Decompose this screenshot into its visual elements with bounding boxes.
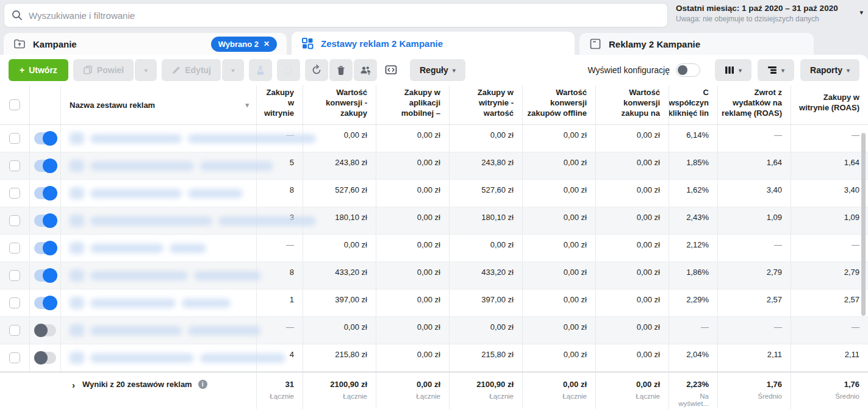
refresh-button[interactable] <box>305 59 328 81</box>
column-header[interactable]: Wartość konwersji zakupu na <box>596 85 669 124</box>
totals-value: 2,23% <box>673 380 709 389</box>
column-header[interactable]: Zakupy w witrynie (ROAS) <box>791 85 868 124</box>
info-icon[interactable]: i <box>198 380 207 389</box>
header-name-cell[interactable]: Nazwa zestawu reklam ▾ <box>61 85 257 124</box>
pin-button[interactable] <box>277 59 300 81</box>
flask-icon <box>256 65 265 76</box>
totals-label-cell: › Wyniki z 20 zestawów reklam i <box>0 372 257 409</box>
adset-name-cell[interactable] <box>61 125 257 152</box>
column-header[interactable]: Zakupy w aplikacji mobilnej – <box>376 85 450 124</box>
date-range-picker[interactable]: Ostatni miesiąc: 1 paź 2020 – 31 paź 202… <box>676 4 862 23</box>
edit-caret-button[interactable]: ▾ <box>222 59 244 81</box>
column-header[interactable]: Zakupy w witrynie - wartość <box>450 85 523 124</box>
search-input[interactable] <box>29 10 660 21</box>
column-header[interactable]: Wartość konwersji - zakupy <box>303 85 376 124</box>
table-row[interactable]: 3180,10 zł0,00 zł180,10 zł0,00 zł0,00 zł… <box>0 207 868 235</box>
tab-ads-label: Reklamy 2 Kampanie <box>609 39 700 49</box>
metric-cell: 1,86% <box>669 262 718 289</box>
adset-name-cell[interactable] <box>61 290 257 316</box>
table-row[interactable]: —0,00 zł0,00 zł0,00 zł0,00 zł0,00 zł6,14… <box>0 125 868 152</box>
row-checkbox[interactable] <box>9 352 20 363</box>
tab-adsets[interactable]: Zestawy reklam 2 Kampanie <box>292 32 575 55</box>
header-checkbox-cell <box>0 85 30 124</box>
search-bar[interactable] <box>4 3 668 27</box>
close-icon[interactable]: ✕ <box>264 40 270 48</box>
adset-name-cell[interactable] <box>61 152 257 179</box>
row-checkbox[interactable] <box>9 243 20 254</box>
edit-button[interactable]: Edytuj <box>162 59 221 81</box>
columns-button[interactable]: ▾ <box>715 59 751 81</box>
rules-button[interactable]: Reguły ▾ <box>410 59 465 81</box>
reports-button[interactable]: Raporty ▾ <box>800 59 859 81</box>
totals-caption: Na wyświet... <box>673 393 709 407</box>
reports-button-label: Raporty <box>810 65 842 75</box>
create-button[interactable]: + Utwórz <box>9 59 68 81</box>
column-header[interactable]: Zwrot z wydatków na reklamę (ROAS) <box>718 85 791 124</box>
adset-name-cell[interactable] <box>61 344 257 371</box>
row-checkbox[interactable] <box>9 215 20 226</box>
adset-status-toggle[interactable] <box>34 215 56 227</box>
column-header[interactable]: Wartość konwersji zakupów offline <box>523 85 596 124</box>
column-header[interactable]: C (współczyn kliknięć lin <box>669 85 718 124</box>
sort-caret-icon[interactable]: ▾ <box>245 101 249 109</box>
adset-status-toggle[interactable] <box>34 132 56 144</box>
metric-cell: 2,79 <box>718 262 791 289</box>
adset-name-redacted <box>70 187 243 199</box>
adset-status-toggle[interactable] <box>34 242 56 254</box>
adset-name-cell[interactable] <box>61 262 257 289</box>
metric-cell: 6,14% <box>669 125 718 152</box>
adset-name-cell[interactable] <box>61 180 257 207</box>
adset-status-toggle[interactable] <box>34 269 56 282</box>
audience-button[interactable] <box>354 59 377 81</box>
toggle-knob <box>34 324 48 337</box>
row-toggle-cell <box>30 125 61 152</box>
delete-button[interactable] <box>329 59 353 81</box>
tab-campaigns[interactable]: Kampanie Wybrano 2 ✕ <box>4 33 287 55</box>
adset-status-toggle[interactable] <box>34 160 56 172</box>
row-checkbox[interactable] <box>9 188 20 199</box>
table-row[interactable]: 4215,80 zł0,00 zł215,80 zł0,00 zł0,00 zł… <box>0 344 868 372</box>
row-checkbox[interactable] <box>9 133 20 144</box>
date-caret-icon: ▾ <box>859 9 863 16</box>
date-range-label: Ostatni miesiąc: 1 paź 2020 – 31 paź 202… <box>676 4 862 13</box>
adset-status-toggle[interactable] <box>34 297 56 309</box>
adset-status-toggle[interactable] <box>34 352 56 364</box>
tab-ads[interactable]: Reklamy 2 Kampanie <box>579 33 814 55</box>
column-header[interactable]: Zakupy w witrynie <box>257 85 303 124</box>
breakdown-button[interactable]: ▾ <box>758 59 794 81</box>
row-checkbox-cell <box>0 152 30 179</box>
metric-cell: 0,00 zł <box>596 344 669 371</box>
duplicate-caret-button[interactable]: ▾ <box>135 59 157 81</box>
row-checkbox[interactable] <box>9 270 20 281</box>
metric-cell: 2,57 <box>718 290 791 316</box>
adset-name-cell[interactable] <box>61 235 257 261</box>
row-checkbox-cell <box>0 344 30 371</box>
metric-cell: 2,11 <box>718 344 791 371</box>
table-row[interactable]: —0,00 zł0,00 zł0,00 zł0,00 zł0,00 zł——— <box>0 317 868 344</box>
table-row[interactable]: —0,00 zł0,00 zł0,00 zł0,00 zł0,00 zł2,12… <box>0 235 868 262</box>
adset-status-toggle[interactable] <box>34 324 56 336</box>
duplicate-button[interactable]: Powiel <box>73 59 134 81</box>
selected-badge[interactable]: Wybrano 2 ✕ <box>211 37 277 52</box>
view-setup-toggle[interactable] <box>676 63 700 77</box>
table-row[interactable]: 8433,20 zł0,00 zł433,20 zł0,00 zł0,00 zł… <box>0 262 868 290</box>
adset-name-cell[interactable] <box>61 207 257 234</box>
row-checkbox[interactable] <box>9 325 20 336</box>
table-row[interactable]: 8527,60 zł0,00 zł527,60 zł0,00 zł0,00 zł… <box>0 180 868 207</box>
chevron-right-icon[interactable]: › <box>72 380 75 390</box>
ab-test-button[interactable] <box>249 59 272 81</box>
table-row[interactable]: 5243,80 zł0,00 zł243,80 zł0,00 zł0,00 zł… <box>0 152 868 180</box>
vertical-scrollbar[interactable] <box>861 133 866 316</box>
adset-name-redacted <box>70 324 261 336</box>
select-all-checkbox[interactable] <box>9 99 20 110</box>
table-row[interactable]: 1397,00 zł0,00 zł397,00 zł0,00 zł0,00 zł… <box>0 290 868 317</box>
adset-name-cell[interactable] <box>61 317 257 344</box>
metric-cell: 8 <box>257 262 303 289</box>
adset-status-toggle[interactable] <box>34 187 56 199</box>
totals-cell: 2100,90 złŁącznie <box>450 372 523 409</box>
totals-caption: Łącznie <box>307 393 367 400</box>
adsets-grid-icon <box>301 37 314 49</box>
row-checkbox[interactable] <box>9 297 20 308</box>
row-checkbox[interactable] <box>9 160 20 171</box>
inspect-button[interactable] <box>379 59 403 81</box>
